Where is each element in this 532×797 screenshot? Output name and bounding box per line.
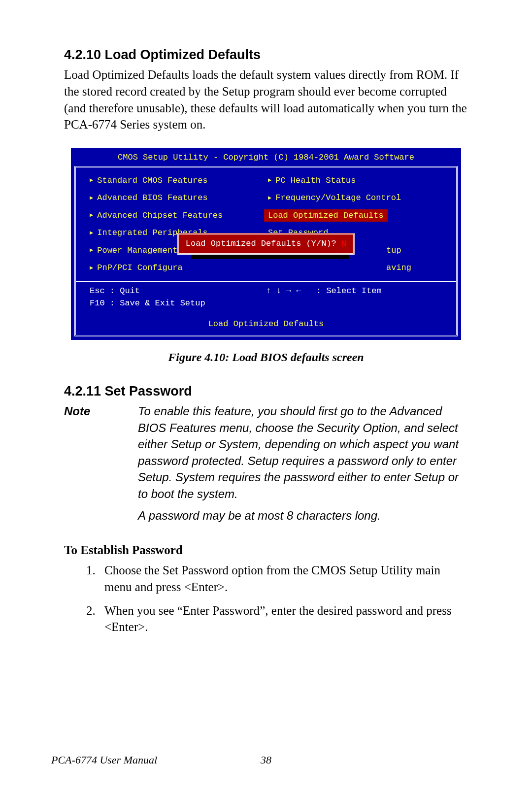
bios-dialog: Load Optimized Defaults (Y/N)? N — [177, 233, 355, 255]
triangle-icon: ▶ — [90, 211, 93, 220]
bios-foot-desc: Load Optimized Defaults — [76, 312, 456, 335]
figure-caption: Figure 4.10: Load BIOS defaults screen — [64, 351, 468, 364]
note-body: To enable this feature, you should first… — [138, 403, 468, 529]
menu-item: ▶Advanced Chipset Features — [90, 209, 268, 222]
bios-keys-left: Esc : QuitF10 : Save & Exit Setup — [90, 285, 266, 310]
triangle-icon: ▶ — [90, 229, 93, 237]
menu-item: ▶Advanced BIOS Features — [90, 192, 268, 204]
triangle-icon: ▶ — [90, 176, 93, 185]
triangle-icon: ▶ — [268, 194, 271, 202]
page: 4.2.10 Load Optimized Defaults Load Opti… — [0, 0, 532, 797]
body-text-load-optimized: Load Optimized Defaults loads the defaul… — [64, 66, 468, 133]
bios-menu-left-col: ▶Standard CMOS Features ▶Advanced BIOS F… — [90, 174, 268, 274]
menu-item: ▶PC Health Status — [268, 174, 446, 187]
bios-menu: ▶Standard CMOS Features ▶Advanced BIOS F… — [76, 167, 456, 281]
subheading-establish-password: To Establish Password — [64, 543, 468, 557]
bios-keys-right: ↑ ↓ → ← : Select Item — [266, 285, 442, 310]
triangle-icon: ▶ — [90, 194, 93, 202]
dialog-text: Load Optimized Defaults (Y/N)? — [186, 239, 341, 248]
section-heading-4-2-11: 4.2.11 Set Password — [64, 384, 468, 399]
footer-page-number: 38 — [261, 754, 271, 766]
note-block: Note To enable this feature, you should … — [64, 403, 468, 529]
bios-title: CMOS Setup Utility - Copyright (C) 1984-… — [71, 148, 461, 166]
menu-item: ▶PnP/PCI Configura — [90, 262, 268, 274]
bios-key-hints: Esc : QuitF10 : Save & Exit Setup ↑ ↓ → … — [76, 281, 456, 312]
dialog-answer: N — [341, 239, 346, 248]
note-p2: A password may be at most 8 characters l… — [138, 507, 468, 524]
step-1: Choose the Set Password option from the … — [99, 562, 468, 596]
note-p1: To enable this feature, you should first… — [138, 403, 468, 502]
bios-menu-right-col: ▶PC Health Status ▶Frequency/Voltage Con… — [268, 174, 446, 274]
menu-item: ▶Frequency/Voltage Control — [268, 192, 446, 204]
menu-item: ▶Standard CMOS Features — [90, 174, 268, 187]
triangle-icon: ▶ — [268, 176, 271, 185]
section-heading-4-2-10: 4.2.10 Load Optimized Defaults — [64, 47, 468, 63]
note-label: Note — [64, 403, 138, 529]
steps-list: Choose the Set Password option from the … — [64, 562, 468, 635]
triangle-icon: ▶ — [90, 264, 93, 272]
menu-item-selected: Load Optimized Defaults — [264, 209, 388, 222]
bios-screenshot: CMOS Setup Utility - Copyright (C) 1984-… — [71, 148, 461, 340]
menu-item: aving — [268, 262, 446, 274]
triangle-icon: ▶ — [90, 246, 93, 255]
footer-doc-title: PCA-6774 User Manual — [51, 754, 157, 766]
step-2: When you see “Enter Password”, enter the… — [99, 602, 468, 636]
